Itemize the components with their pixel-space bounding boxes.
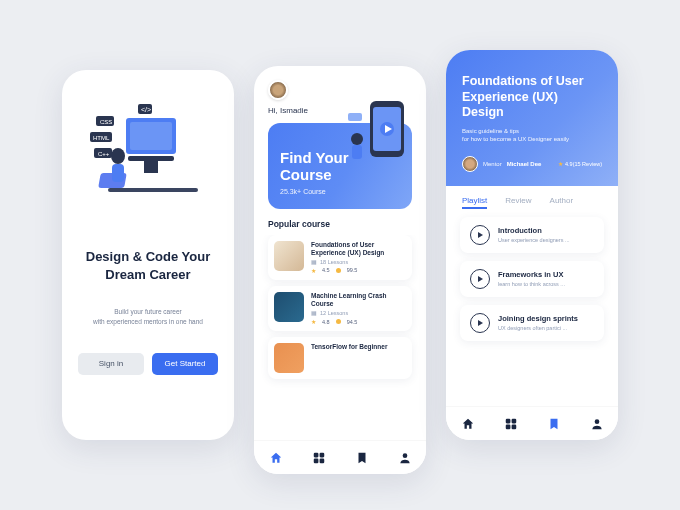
bottom-nav — [254, 440, 426, 474]
detail-title: Foundations of User Experience (UX) Desi… — [462, 74, 602, 121]
nav-profile-icon[interactable] — [398, 451, 412, 465]
play-icon — [470, 313, 490, 333]
playlist-title: Joining design sprints — [498, 314, 594, 323]
svg-rect-24 — [319, 452, 324, 457]
course-thumbnail — [274, 241, 304, 271]
svg-rect-26 — [319, 458, 324, 463]
playlist-desc: User experience designers ... — [498, 237, 594, 243]
playlist-item[interactable]: Frameworks in UX learn how to think acro… — [460, 261, 604, 297]
svg-point-20 — [351, 133, 363, 145]
course-lessons: ▦18 Lessons — [311, 259, 406, 265]
find-course-card[interactable]: Find Your Course 25.3k+ Course — [268, 123, 412, 209]
coin-icon — [336, 319, 341, 324]
tab-review[interactable]: Review — [505, 196, 531, 205]
course-stats: ★4.5 99.5 — [311, 267, 406, 274]
course-thumbnail — [274, 292, 304, 322]
coin-icon — [336, 268, 341, 273]
nav-home-icon[interactable] — [269, 451, 283, 465]
detail-tabs: Playlist Review Author — [446, 186, 618, 211]
detail-subtitle: Basic guideline & tips for how to become… — [462, 127, 602, 144]
playlist: Introduction User experience designers .… — [446, 211, 618, 347]
course-title: TensorFlow for Beginner — [311, 343, 406, 351]
svg-rect-4 — [108, 188, 198, 192]
svg-point-32 — [594, 419, 599, 424]
svg-rect-3 — [144, 161, 158, 173]
tab-author[interactable]: Author — [550, 196, 574, 205]
svg-rect-21 — [352, 145, 362, 159]
svg-rect-25 — [313, 458, 318, 463]
svg-rect-31 — [511, 424, 516, 429]
svg-rect-23 — [313, 452, 318, 457]
playlist-desc: learn how to think across ... — [498, 281, 594, 287]
play-icon — [470, 269, 490, 289]
course-thumbnail — [274, 343, 304, 373]
sign-in-button[interactable]: Sign in — [78, 353, 144, 375]
course-card[interactable]: Machine Learning Crash Course ▦12 Lesson… — [268, 286, 412, 331]
svg-point-27 — [402, 453, 407, 458]
onboarding-illustration: CSS HTML C++ </> — [88, 98, 208, 218]
popular-course-label: Popular course — [268, 219, 412, 229]
nav-grid-icon[interactable] — [504, 417, 518, 431]
playlist-item[interactable]: Introduction User experience designers .… — [460, 217, 604, 253]
course-stats: ★4.8 94.5 — [311, 318, 406, 325]
star-icon: ★ — [311, 318, 316, 325]
course-detail-screen: Foundations of User Experience (UX) Desi… — [446, 50, 618, 440]
svg-text:</>: </> — [141, 106, 151, 113]
svg-rect-28 — [505, 418, 510, 423]
svg-text:HTML: HTML — [93, 135, 110, 141]
svg-rect-29 — [511, 418, 516, 423]
play-icon — [470, 225, 490, 245]
home-screen: Hi, Ismadie Find Your Course 25.3k+ Cour… — [254, 66, 426, 474]
svg-rect-2 — [128, 156, 174, 161]
nav-home-icon[interactable] — [461, 417, 475, 431]
course-card[interactable]: Foundations of User Experience (UX) Desi… — [268, 235, 412, 280]
onboarding-subtitle: Build your future career with experience… — [93, 307, 203, 327]
svg-point-6 — [111, 148, 125, 164]
playlist-item[interactable]: Joining design sprints UX designers ofte… — [460, 305, 604, 341]
svg-text:CSS: CSS — [100, 119, 112, 125]
onboarding-buttons: Sign in Get Started — [78, 353, 218, 375]
svg-rect-1 — [130, 122, 172, 150]
playlist-desc: UX designers often partici ... — [498, 325, 594, 331]
mentor-rating: ★4.9(15 Review) — [558, 160, 602, 167]
tab-playlist[interactable]: Playlist — [462, 196, 487, 205]
course-lessons: ▦12 Lessons — [311, 310, 406, 316]
playlist-title: Introduction — [498, 226, 594, 235]
svg-rect-22 — [348, 113, 362, 121]
svg-rect-30 — [505, 424, 510, 429]
mentor-avatar[interactable] — [462, 156, 478, 172]
bottom-nav — [446, 406, 618, 440]
course-title: Machine Learning Crash Course — [311, 292, 406, 308]
course-list: Foundations of User Experience (UX) Desi… — [254, 235, 426, 441]
mentor-label: Mentor — [483, 161, 502, 167]
course-card[interactable]: TensorFlow for Beginner — [268, 337, 412, 379]
mentor-name: Michael Dee — [507, 161, 542, 167]
onboarding-title: Design & Code Your Dream Career — [78, 248, 218, 283]
nav-bookmark-icon[interactable] — [355, 451, 369, 465]
playlist-title: Frameworks in UX — [498, 270, 594, 279]
nav-profile-icon[interactable] — [590, 417, 604, 431]
user-avatar[interactable] — [268, 80, 288, 100]
nav-bookmark-icon[interactable] — [547, 417, 561, 431]
detail-hero: Foundations of User Experience (UX) Desi… — [446, 50, 618, 186]
course-title: Foundations of User Experience (UX) Desi… — [311, 241, 406, 257]
nav-grid-icon[interactable] — [312, 451, 326, 465]
hero-course-count: 25.3k+ Course — [280, 188, 400, 195]
star-icon: ★ — [311, 267, 316, 274]
mentor-row: Mentor Michael Dee ★4.9(15 Review) — [462, 156, 602, 172]
svg-rect-7 — [112, 164, 124, 182]
svg-text:C++: C++ — [98, 151, 110, 157]
get-started-button[interactable]: Get Started — [152, 353, 218, 375]
hero-illustration — [342, 93, 416, 167]
onboarding-screen: CSS HTML C++ </> Design & Code Your Drea… — [62, 70, 234, 440]
star-icon: ★ — [558, 160, 563, 167]
